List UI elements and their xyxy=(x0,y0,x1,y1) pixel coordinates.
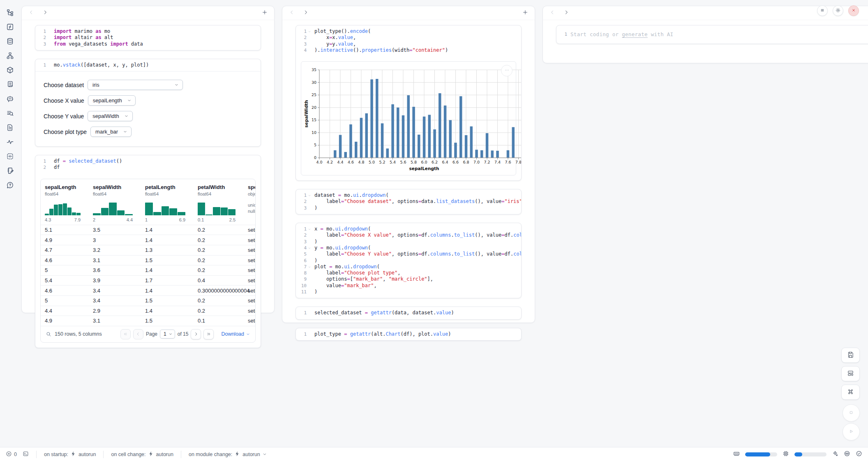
code-cell-xyplot-dropdowns[interactable]: 1x = mo.ui.dropdown(2 label="Choose X va… xyxy=(295,223,522,298)
save-button[interactable] xyxy=(841,348,860,363)
column-prev-button[interactable] xyxy=(289,9,295,16)
errors-indicator[interactable]: 0 xyxy=(6,451,17,458)
terminal-button[interactable] xyxy=(23,451,29,458)
code-line: 1x = mo.ui.dropdown( xyxy=(296,226,518,232)
table-cell: 5 xyxy=(45,297,93,304)
column-name[interactable]: petalWidth xyxy=(198,184,242,190)
sidebar-item-dependency-graph[interactable] xyxy=(4,51,16,62)
sidebar-item-tracing[interactable] xyxy=(4,137,16,148)
code-editor[interactable]: 1selected_dataset = getattr(data, datase… xyxy=(296,307,521,319)
dropdown-choose-plot-type[interactable]: mark_bar xyxy=(90,127,132,137)
empty-code-cell[interactable]: 1 Start coding or generate with AI xyxy=(556,25,868,44)
stop-button[interactable] xyxy=(843,404,860,422)
code-cell-imports[interactable]: 1import marimo as mo2import altair as al… xyxy=(35,25,261,51)
add-column-button[interactable] xyxy=(262,9,268,16)
dropdown-choose-x-value[interactable]: sepalLength xyxy=(88,95,136,106)
page-select[interactable]: 1 xyxy=(160,330,175,339)
svg-text:30: 30 xyxy=(312,80,316,85)
sidebar-item-scratchpad[interactable] xyxy=(4,166,16,177)
code-editor[interactable]: 1import marimo as mo2import altair as al… xyxy=(35,25,261,50)
sidebar-item-packages[interactable] xyxy=(4,65,16,76)
column-name[interactable]: sepalWidth xyxy=(93,184,139,190)
sidebar-item-documentation[interactable] xyxy=(4,122,16,134)
copilot-icon[interactable] xyxy=(844,450,850,458)
svg-text:6.4: 6.4 xyxy=(442,160,448,164)
dropdown-choose-dataset[interactable]: iris xyxy=(88,80,183,90)
sidebar-item-variables[interactable] xyxy=(4,22,16,33)
next-page-button[interactable] xyxy=(191,329,201,339)
dropdown-choose-y-value[interactable]: sepalWidth xyxy=(88,111,132,121)
code-cell-plot-type[interactable]: 1plot_type = getattr(alt.Chart(df), plot… xyxy=(295,328,522,341)
column-next-button[interactable] xyxy=(42,9,48,16)
bar-chart[interactable]: 4.04.24.44.64.85.05.25.45.65.86.06.26.46… xyxy=(304,67,522,172)
column-name[interactable]: sepalLength xyxy=(45,184,87,190)
prev-page-button[interactable] xyxy=(133,329,143,339)
code-editor[interactable]: 1dataset = mo.ui.dropdown(2 label="Choos… xyxy=(296,189,521,214)
control-row: Choose datasetiris xyxy=(44,80,252,90)
column-next-button[interactable] xyxy=(563,9,569,16)
code-cell-vstack[interactable]: 1mo.vstack([dataset, x, y, plot]) Choose… xyxy=(35,59,261,147)
code-line: 1plot_type = getattr(alt.Chart(df), plot… xyxy=(296,331,518,337)
first-page-button[interactable] xyxy=(120,329,131,339)
table-row[interactable]: 5.13.51.40.2setos xyxy=(41,225,255,235)
table-row[interactable]: 4.931.40.2setos xyxy=(41,235,255,245)
table-cell: 3.5 xyxy=(93,227,145,233)
table-row[interactable]: 4.63.41.40.3000000000000004setos xyxy=(41,285,255,295)
code-editor[interactable]: 1plot_type().encode(2 x=x.value,3 y=y.va… xyxy=(296,25,521,56)
table-row[interactable]: 4.42.91.40.2setos xyxy=(41,306,255,316)
code-cell-dataframe[interactable]: 1df = selected_dataset()2df sepalLengthf… xyxy=(35,155,261,348)
chevron-left-icon xyxy=(289,9,295,16)
search-icon[interactable] xyxy=(46,331,51,337)
svg-text:6.0: 6.0 xyxy=(421,160,427,164)
runtime-config-on-cell-change[interactable]: on cell change:autorun xyxy=(111,451,173,458)
layout-button[interactable] xyxy=(841,366,860,381)
sidebar-item-file-explorer[interactable] xyxy=(4,7,16,18)
table-row[interactable]: 53.41.50.2setos xyxy=(41,295,255,306)
close-icon xyxy=(851,7,856,14)
column-prev-button[interactable] xyxy=(28,9,34,16)
code-editor[interactable]: 1plot_type = getattr(alt.Chart(df), plot… xyxy=(296,328,521,340)
last-page-button[interactable] xyxy=(203,329,214,339)
fold-slot xyxy=(307,258,312,264)
runtime-config-on-module-change[interactable]: on module change:autorun xyxy=(189,451,267,458)
runtime-config-on-startup[interactable]: on startup:autorun xyxy=(44,451,96,458)
column-name[interactable]: speci xyxy=(248,184,255,190)
menu-button[interactable] xyxy=(817,5,828,16)
table-row[interactable]: 4.73.21.30.2setos xyxy=(41,245,255,255)
code-editor-empty[interactable]: 1 Start coding or generate with AI xyxy=(556,25,868,44)
download-button[interactable]: Download xyxy=(221,331,250,337)
sidebar-item-logs[interactable] xyxy=(4,108,16,119)
code-line: 4y = mo.ui.dropdown( xyxy=(296,245,518,251)
sidebar-item-datasources[interactable] xyxy=(4,36,16,47)
control-row: Choose Y valuesepalWidth xyxy=(44,111,252,121)
sidebar-item-ai-chat[interactable] xyxy=(4,94,16,105)
settings-button[interactable] xyxy=(833,5,843,16)
generate-link[interactable]: generate xyxy=(622,31,648,37)
code-cell-chart[interactable]: 1plot_type().encode(2 x=x.value,3 y=y.va… xyxy=(295,25,522,181)
table-row[interactable]: 4.63.11.50.2setos xyxy=(41,255,255,265)
column-next-button[interactable] xyxy=(303,9,309,16)
shutdown-button[interactable] xyxy=(848,5,859,16)
ai-sparkle-icon[interactable] xyxy=(832,450,838,458)
sidebar-item-snippets[interactable] xyxy=(4,151,16,162)
column-name[interactable]: petalLength xyxy=(145,184,192,190)
keyboard-shortcuts-button[interactable] xyxy=(841,385,860,400)
connection-status-icon[interactable] xyxy=(856,450,862,458)
run-button[interactable] xyxy=(843,423,860,440)
column-prev-button[interactable] xyxy=(549,9,555,16)
line-number: 2 xyxy=(296,232,307,238)
chart-actions-button[interactable] xyxy=(501,65,512,76)
table-row[interactable]: 53.61.40.2setos xyxy=(41,265,255,275)
add-column-button[interactable] xyxy=(522,9,528,16)
code-editor[interactable]: 1df = selected_dataset()2df xyxy=(35,155,261,174)
table-row[interactable]: 4.93.11.50.1setos xyxy=(41,316,255,326)
code-cell-selected-dataset[interactable]: 1selected_dataset = getattr(data, datase… xyxy=(295,307,522,319)
fold-slot xyxy=(307,283,312,289)
code-editor[interactable]: 1mo.vstack([dataset, x, y, plot]) xyxy=(35,59,261,71)
sidebar-item-outline[interactable] xyxy=(4,79,16,90)
code-cell-dataset-dropdown[interactable]: 1dataset = mo.ui.dropdown(2 label="Choos… xyxy=(295,189,522,214)
sidebar-item-help[interactable] xyxy=(4,180,16,191)
code-editor[interactable]: 1x = mo.ui.dropdown(2 label="Choose X va… xyxy=(296,223,521,298)
table-row[interactable]: 5.43.91.70.4setos xyxy=(41,275,255,286)
fold-slot xyxy=(307,270,312,276)
